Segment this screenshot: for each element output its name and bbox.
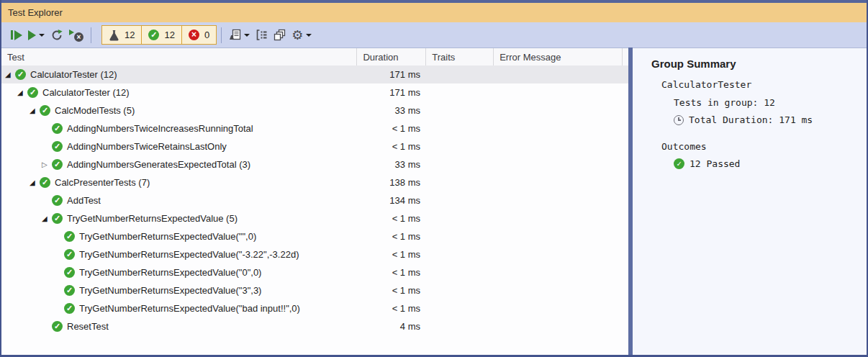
passed-count: 12 (164, 30, 174, 40)
passed-icon (52, 195, 63, 206)
toolbar-separator (221, 27, 222, 43)
toolbar-separator (91, 27, 91, 43)
column-header-test[interactable]: Test (1, 48, 357, 65)
test-tree-row[interactable]: AddingNumbersTwiceRetainsLastOnly< 1 ms (1, 137, 628, 155)
group-by-button[interactable] (253, 26, 271, 45)
passed-icon (52, 159, 63, 170)
test-tree-row[interactable]: TryGetNumberReturnsExpectedValue("",0)< … (1, 227, 628, 245)
filter-passed-button[interactable]: 12 (141, 25, 181, 45)
test-tree-row[interactable]: TryGetNumberReturnsExpectedValue("0",0)<… (1, 263, 628, 281)
test-tree-row[interactable]: AddTest134 ms (1, 191, 628, 209)
group-summary-panel: Group Summary CalculatorTester Tests in … (633, 48, 867, 355)
duration-cell: 33 ms (358, 159, 427, 170)
passed-icon (40, 105, 50, 116)
gear-icon: ⚙ (291, 29, 303, 42)
test-cell: TryGetNumberReturnsExpectedValue("",0) (1, 227, 358, 245)
chevron-down-icon (306, 34, 312, 37)
expander-icon[interactable] (42, 160, 52, 170)
summary-total-duration: Total Duration: 171 ms (674, 114, 867, 125)
test-cell: CalculatorTester (12) (1, 83, 358, 101)
duration-cell: < 1 ms (358, 141, 427, 152)
test-cell: CalcPresenterTests (7) (1, 173, 358, 191)
expander-icon[interactable] (42, 214, 52, 224)
test-name: AddingNumbersTwiceRetainsLastOnly (67, 141, 227, 152)
passed-icon (52, 321, 63, 332)
duration-cell: < 1 ms (358, 123, 427, 134)
test-tree-row[interactable]: CalcPresenterTests (7)138 ms (1, 173, 628, 191)
test-cell: ResetTest (1, 317, 358, 335)
test-name: TryGetNumberReturnsExpectedValue (5) (67, 213, 238, 224)
test-tree-row[interactable]: TryGetNumberReturnsExpectedValue("-3.22"… (1, 245, 628, 263)
test-tree-row[interactable]: AddingNumbersGeneratesExpectedTotal (3)3… (1, 155, 628, 173)
test-tree-row[interactable]: AddingNumbersTwiceIncreasesRunningTotal<… (1, 119, 628, 137)
passed-icon (64, 285, 75, 296)
passed-icon (40, 177, 50, 188)
run-icon (28, 30, 36, 40)
copy-icon (273, 29, 286, 41)
grid-header: Test Duration Traits Error Message (1, 48, 628, 65)
test-name: CalculatorTester (12) (30, 69, 117, 80)
column-header-duration[interactable]: Duration (357, 48, 426, 65)
filter-failed-button[interactable]: 0 (181, 25, 217, 45)
title-bar[interactable]: Test Explorer (1, 3, 867, 22)
group-by-icon (256, 29, 268, 41)
expander-icon[interactable] (30, 106, 40, 116)
test-cell: TryGetNumberReturnsExpectedValue (5) (1, 209, 358, 227)
test-cell: AddingNumbersTwiceRetainsLastOnly (1, 137, 358, 155)
settings-button[interactable]: ⚙ (289, 26, 315, 45)
main-area: Test Duration Traits Error Message Calcu… (1, 48, 867, 355)
run-all-button[interactable] (8, 26, 25, 45)
test-tree-row[interactable]: TryGetNumberReturnsExpectedValue("bad in… (1, 299, 628, 317)
playlist-icon (229, 29, 241, 41)
summary-group-name: CalculatorTester (661, 79, 867, 90)
copy-layout-button[interactable] (271, 26, 289, 45)
test-cell: AddTest (1, 191, 358, 209)
expander-icon[interactable] (17, 88, 27, 98)
test-tree: CalculatorTester (12)171 msCalculatorTes… (1, 65, 628, 355)
test-name: TryGetNumberReturnsExpectedValue("-3.22"… (79, 249, 299, 260)
test-cell: TryGetNumberReturnsExpectedValue("-3.22"… (1, 245, 358, 263)
duration-cell: < 1 ms (358, 303, 427, 314)
repeat-last-run-button[interactable] (48, 26, 66, 45)
test-tree-row[interactable]: TryGetNumberReturnsExpectedValue("3",3)<… (1, 281, 628, 299)
test-explorer-window: Test Explorer × (0, 0, 868, 357)
column-header-traits[interactable]: Traits (426, 48, 494, 65)
cancel-run-button[interactable]: × (66, 26, 86, 45)
test-tree-row[interactable]: TryGetNumberReturnsExpectedValue (5)< 1 … (1, 209, 628, 227)
test-tree-row[interactable]: CalcModelTests (5)33 ms (1, 101, 628, 119)
column-header-error-message[interactable]: Error Message (494, 48, 623, 65)
test-name: TryGetNumberReturnsExpectedValue("",0) (79, 231, 256, 242)
run-button[interactable] (25, 26, 48, 45)
test-cell: TryGetNumberReturnsExpectedValue("0",0) (1, 263, 358, 281)
summary-tests-in-group: Tests in group: 12 (674, 97, 867, 108)
duration-cell: < 1 ms (358, 267, 427, 278)
test-name: TryGetNumberReturnsExpectedValue("3",3) (79, 285, 261, 296)
test-name: CalcPresenterTests (7) (55, 177, 150, 188)
test-tree-row[interactable]: ResetTest4 ms (1, 317, 628, 335)
test-cell: CalcModelTests (5) (1, 101, 358, 119)
cancel-run-icon: × (69, 29, 83, 42)
failed-count: 0 (204, 30, 209, 40)
duration-cell: < 1 ms (358, 231, 427, 242)
flask-icon (109, 30, 119, 41)
duration-cell: 171 ms (358, 69, 427, 80)
test-tree-row[interactable]: CalculatorTester (12)171 ms (1, 65, 628, 83)
test-tree-row[interactable]: CalculatorTester (12)171 ms (1, 83, 628, 101)
test-name: AddingNumbersTwiceIncreasesRunningTotal (67, 123, 253, 134)
test-name: CalculatorTester (12) (42, 87, 130, 98)
repeat-run-icon (50, 29, 63, 42)
duration-cell: < 1 ms (358, 249, 427, 260)
passed-icon (27, 87, 38, 98)
playlist-button[interactable] (226, 26, 253, 45)
expander-icon[interactable] (30, 178, 40, 188)
test-list-panel: Test Duration Traits Error Message Calcu… (1, 48, 628, 355)
test-cell: TryGetNumberReturnsExpectedValue("3",3) (1, 281, 358, 299)
summary-outcomes-label: Outcomes (661, 141, 867, 152)
group-summary-title: Group Summary (651, 58, 867, 70)
filter-total-button[interactable]: 12 (101, 25, 142, 45)
clock-icon (674, 115, 684, 125)
expander-icon[interactable] (5, 70, 15, 80)
passed-icon (148, 30, 159, 40)
test-name: AddingNumbersGeneratesExpectedTotal (3) (67, 159, 250, 170)
duration-cell: 4 ms (358, 321, 427, 332)
